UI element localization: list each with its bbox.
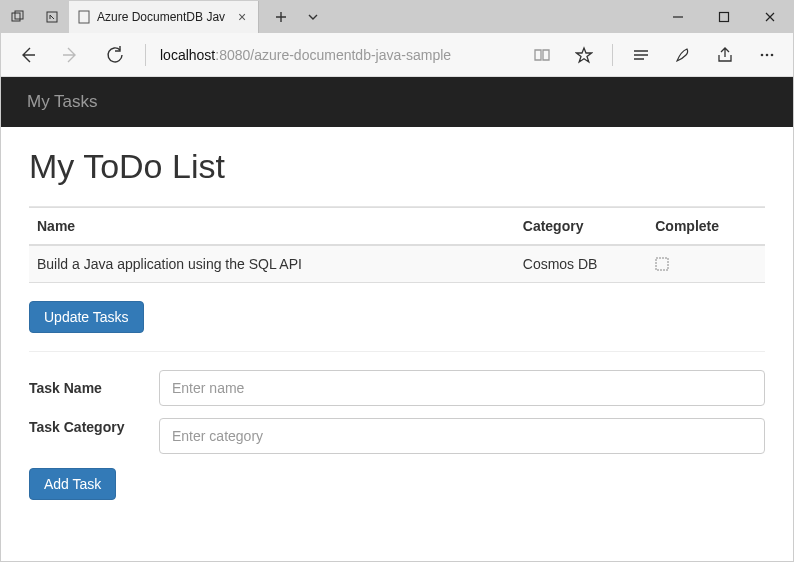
window-maximize-button[interactable] [701,1,747,33]
separator [612,44,613,66]
new-tab-button[interactable] [265,1,297,33]
browser-toolbar: localhost:8080/azure-documentdb-java-sam… [1,33,793,77]
set-aside-tabs-icon[interactable] [35,1,69,33]
column-header-complete: Complete [647,208,765,246]
svg-rect-8 [656,258,668,270]
favorite-star-icon[interactable] [564,35,604,75]
window-titlebar: Azure DocumentDB Jav × [1,1,793,33]
page-content: My ToDo List Name Category Complete Buil… [1,127,793,538]
window-close-button[interactable] [747,1,793,33]
cell-name: Build a Java application using the SQL A… [29,245,515,283]
tabs-overview-icon[interactable] [1,1,35,33]
back-button[interactable] [7,35,47,75]
column-header-category: Category [515,208,647,246]
svg-rect-1 [15,11,23,19]
svg-point-5 [761,53,764,56]
address-host: localhost [160,47,215,63]
checkbox-icon[interactable] [655,257,669,271]
more-icon[interactable] [747,35,787,75]
browser-tab[interactable]: Azure DocumentDB Jav × [69,1,259,33]
table-header-row: Name Category Complete [29,208,765,246]
separator [29,351,765,352]
forward-button[interactable] [51,35,91,75]
form-row-name: Task Name [29,370,765,406]
svg-rect-3 [79,11,89,23]
cell-complete [647,245,765,283]
navbar-brand[interactable]: My Tasks [27,92,98,112]
address-bar[interactable]: localhost:8080/azure-documentdb-java-sam… [156,33,518,76]
reading-view-icon[interactable] [522,35,562,75]
window-minimize-button[interactable] [655,1,701,33]
hub-icon[interactable] [621,35,661,75]
form-row-category: Task Category [29,418,765,454]
cell-category: Cosmos DB [515,245,647,283]
task-category-label: Task Category [29,418,139,436]
task-name-input[interactable] [159,370,765,406]
tab-actions-icon[interactable] [299,1,327,33]
column-header-name: Name [29,208,515,246]
todo-table: Name Category Complete Build a Java appl… [29,207,765,283]
page-title: My ToDo List [29,147,765,186]
table-row: Build a Java application using the SQL A… [29,245,765,283]
svg-rect-0 [12,13,20,21]
tab-title: Azure DocumentDB Jav [97,10,228,24]
svg-point-7 [771,53,774,56]
update-tasks-button[interactable]: Update Tasks [29,301,144,333]
task-name-label: Task Name [29,379,139,397]
add-task-button[interactable]: Add Task [29,468,116,500]
page-icon [77,10,91,24]
notes-icon[interactable] [663,35,703,75]
separator [145,44,146,66]
app-navbar: My Tasks [1,77,793,127]
task-category-input[interactable] [159,418,765,454]
refresh-button[interactable] [95,35,135,75]
svg-point-6 [766,53,769,56]
svg-rect-4 [720,13,729,22]
tab-close-icon[interactable]: × [234,10,250,24]
share-icon[interactable] [705,35,745,75]
address-path: :8080/azure-documentdb-java-sample [215,47,451,63]
